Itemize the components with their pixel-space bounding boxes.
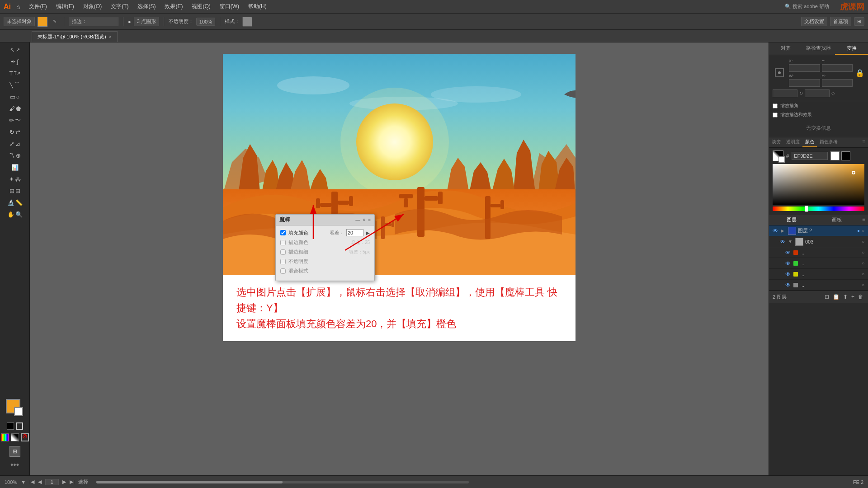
scale-stroke-checkbox[interactable] (773, 113, 778, 117)
tab-close-btn[interactable]: × (109, 34, 112, 39)
rotate-tool-group[interactable]: ↻ ⇄ (3, 127, 27, 137)
layers-tab[interactable]: 图层 (769, 215, 814, 225)
move-selection-btn[interactable]: ⬆ (842, 293, 849, 301)
menu-select[interactable]: 选择(S) (134, 2, 159, 11)
document-tab[interactable]: 未标题-1* @ 100% (RGB/预览) × (32, 31, 118, 42)
color-guide-tab[interactable]: 颜色参考 (817, 137, 840, 147)
page-first-btn[interactable]: |◀ (29, 479, 34, 485)
gray-layer-lock[interactable]: ○ (862, 282, 864, 287)
fill-color-checkbox[interactable] (280, 230, 286, 235)
menu-view[interactable]: 视图(Q) (188, 2, 214, 11)
opacity-input[interactable]: 100% (196, 18, 215, 26)
arrange-btn[interactable]: ⊞ (854, 17, 864, 26)
hand-tool-group[interactable]: ✋ 🔍 (3, 209, 27, 220)
red-layer-visibility-icon[interactable]: 👁 (785, 249, 792, 256)
menu-type[interactable]: 文字(T) (107, 2, 132, 11)
color-mode-btn[interactable] (1, 433, 9, 441)
make-clip-mask-btn[interactable]: ⊡ (824, 293, 830, 301)
black-swatch[interactable] (841, 151, 850, 160)
artboard-tool-group[interactable]: ⊞ ⊟ (3, 185, 27, 196)
delete-layer-btn[interactable]: 🗑 (857, 293, 864, 301)
fill-tolerance-arrow[interactable]: ▶ (366, 230, 370, 235)
graph-tool-group[interactable]: 📊 (3, 162, 27, 173)
brush-tool-group[interactable]: 🖌 ⬟ (3, 103, 27, 114)
preferences-btn[interactable]: 首选项 (830, 17, 851, 26)
warp-tool-group[interactable]: 〽 ⊕ (3, 150, 27, 161)
color-picker-gradient[interactable] (773, 164, 864, 205)
hue-handle[interactable] (805, 206, 808, 212)
more-tools-btn[interactable]: ••• (10, 460, 19, 470)
panel-close-btn[interactable]: × (363, 217, 365, 222)
stroke-color-checkbox[interactable] (280, 240, 286, 245)
zoom-level[interactable]: 100% (5, 479, 17, 485)
color-panel-menu[interactable]: ≡ (859, 137, 868, 147)
page-prev-btn[interactable]: ◀ (38, 479, 42, 485)
hue-slider[interactable] (773, 206, 864, 211)
layer-row-layer2[interactable]: 👁 ▶ 图层 2 ● ○ (769, 225, 868, 236)
layer-row-red[interactable]: 👁 ... ○ (769, 247, 868, 258)
green-layer-lock[interactable]: ○ (862, 261, 864, 266)
blend-mode-checkbox[interactable] (280, 268, 286, 274)
brush-type-select[interactable]: 3 点圆形 (134, 17, 159, 26)
search-area[interactable]: 🔍 搜索 adobe 帮助 (785, 3, 829, 10)
tab-align[interactable]: 对齐 (769, 42, 802, 55)
doc-settings-btn[interactable]: 文档设置 (801, 17, 827, 26)
layer-row-yellow[interactable]: 👁 ... ○ (769, 269, 868, 280)
tab-transform[interactable]: 变换 (835, 42, 868, 55)
none-btn[interactable]: ⊘ (21, 433, 29, 441)
layer003-lock-icon[interactable]: ○ (862, 239, 864, 244)
layers-panel-menu[interactable]: ≡ (859, 215, 868, 225)
menu-window[interactable]: 窗口(W) (216, 2, 243, 11)
fade-tab[interactable]: 淡变 (769, 137, 783, 147)
lock-proportions-icon[interactable]: 🔒 (855, 69, 864, 77)
panel-menu-btn[interactable]: ≡ (368, 217, 371, 222)
stroke-weight-checkbox[interactable] (280, 249, 286, 255)
transparency-tab[interactable]: 透明度 (783, 137, 802, 147)
line-tool-group[interactable]: ╲ ⌒ (3, 80, 27, 90)
layer2-lock-icon[interactable]: ○ (862, 228, 864, 233)
layer2-visibility-icon[interactable]: 👁 (773, 228, 779, 234)
symbol-tool-group[interactable]: ✦ ⁂ (3, 174, 27, 184)
h-input[interactable] (822, 79, 853, 87)
page-last-btn[interactable]: ▶| (70, 479, 75, 485)
eyedropper-tool-group[interactable]: 🔬 📏 (3, 197, 27, 208)
scale-corners-checkbox[interactable] (773, 103, 778, 108)
color-hex-input[interactable] (792, 152, 828, 160)
menu-file[interactable]: 文件(F) (25, 2, 50, 11)
rect-tool-group[interactable]: ▭ ○ (3, 91, 27, 102)
gradient-swatch[interactable] (773, 150, 783, 161)
stroke-swatch[interactable]: ✎ (50, 18, 59, 25)
color-picker-handle[interactable] (852, 171, 855, 174)
layer2-expand-icon[interactable]: ▶ (781, 228, 786, 233)
default-colors-btn[interactable] (7, 422, 14, 430)
yellow-layer-lock[interactable]: ○ (862, 272, 864, 277)
layer003-visibility-icon[interactable]: 👁 (780, 239, 786, 245)
transform-origin-icon[interactable] (775, 68, 784, 77)
w-input[interactable] (789, 79, 820, 87)
tab-pathfinder[interactable]: 路径查找器 (802, 42, 835, 55)
swap-colors-btn[interactable] (16, 422, 23, 430)
fill-tolerance-input[interactable] (346, 229, 363, 236)
new-sublayer-btn[interactable]: 📋 (832, 293, 840, 301)
menu-edit[interactable]: 编辑(E) (52, 2, 78, 11)
new-layer-btn[interactable]: + (850, 293, 855, 301)
page-next-btn[interactable]: ▶ (62, 479, 66, 485)
stroke-swatch-small[interactable] (14, 407, 23, 416)
layer-row-003[interactable]: 👁 ▼ 003 ○ (769, 236, 868, 247)
type-tool-group[interactable]: T T↗ (3, 68, 27, 79)
opacity-checkbox[interactable] (280, 259, 286, 264)
artboard-tab[interactable]: 画板 (814, 215, 859, 225)
white-swatch[interactable] (830, 151, 840, 160)
fill-stroke-container[interactable] (6, 399, 24, 415)
selection-tool[interactable]: 未选择对象 (4, 17, 35, 26)
home-icon[interactable]: ⌂ (16, 3, 20, 10)
gray-layer-visibility-icon[interactable]: 👁 (785, 282, 792, 288)
color-tab[interactable]: 颜色 (802, 137, 817, 147)
x-input[interactable] (789, 64, 820, 72)
pencil-tool-group[interactable]: ✏ 〜 (3, 115, 27, 126)
shear-input[interactable] (805, 89, 830, 97)
layer-row-gray[interactable]: 👁 ... ○ (769, 280, 868, 291)
fill-swatch[interactable] (6, 399, 20, 413)
green-layer-visibility-icon[interactable]: 👁 (785, 260, 792, 267)
zoom-dropdown[interactable]: ▼ (21, 479, 26, 485)
